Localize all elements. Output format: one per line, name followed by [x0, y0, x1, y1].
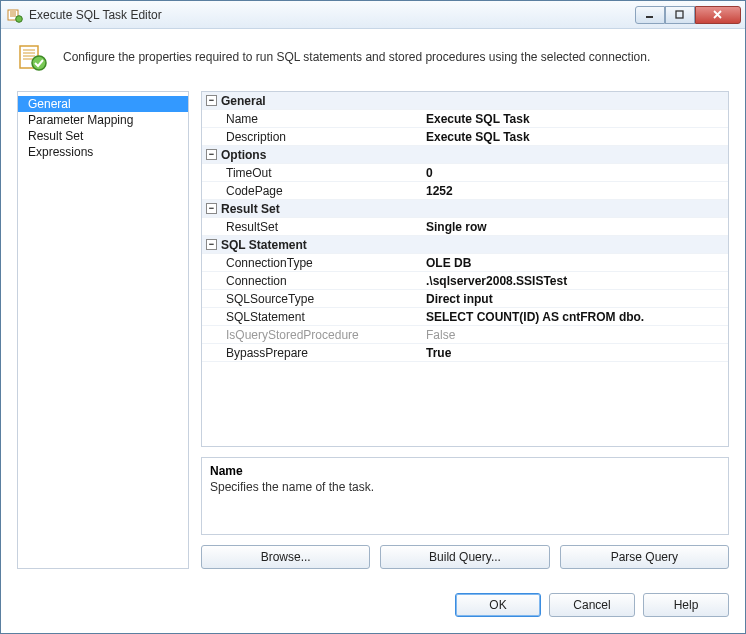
property-label: ConnectionType [202, 255, 422, 271]
close-button[interactable] [695, 6, 741, 24]
browse-button[interactable]: Browse... [201, 545, 370, 569]
help-button[interactable]: Help [643, 593, 729, 617]
category-options: −Options [202, 146, 728, 164]
app-icon [7, 7, 23, 23]
property-row-connectiontype[interactable]: ConnectionTypeOLE DB [202, 254, 728, 272]
property-value[interactable]: SELECT COUNT(ID) AS cntFROM dbo. [422, 309, 728, 325]
category-label: General [221, 94, 266, 108]
content: GeneralParameter MappingResult SetExpres… [1, 91, 745, 581]
property-value[interactable]: Single row [422, 219, 728, 235]
property-value[interactable]: Execute SQL Task [422, 129, 728, 145]
property-label: TimeOut [202, 165, 422, 181]
property-label: IsQueryStoredProcedure [202, 327, 422, 343]
property-value[interactable]: 1252 [422, 183, 728, 199]
property-row-connection[interactable]: Connection.\sqlserver2008.SSISTest [202, 272, 728, 290]
sidebar: GeneralParameter MappingResult SetExpres… [17, 91, 189, 569]
sidebar-item-expressions[interactable]: Expressions [18, 144, 188, 160]
property-label: SQLSourceType [202, 291, 422, 307]
property-row-name[interactable]: NameExecute SQL Task [202, 110, 728, 128]
property-value[interactable]: False [422, 327, 728, 343]
collapse-icon[interactable]: − [206, 239, 217, 250]
footer: OK Cancel Help [1, 581, 745, 633]
property-grid: −GeneralNameExecute SQL TaskDescriptionE… [201, 91, 729, 447]
window-title: Execute SQL Task Editor [29, 8, 635, 22]
minimize-button[interactable] [635, 6, 665, 24]
property-label: CodePage [202, 183, 422, 199]
property-value[interactable]: Direct input [422, 291, 728, 307]
header: Configure the properties required to run… [1, 29, 745, 91]
property-label: BypassPrepare [202, 345, 422, 361]
maximize-button[interactable] [665, 6, 695, 24]
cancel-button[interactable]: Cancel [549, 593, 635, 617]
svg-rect-3 [676, 11, 683, 18]
help-description: Specifies the name of the task. [210, 480, 720, 494]
property-row-codepage[interactable]: CodePage1252 [202, 182, 728, 200]
action-buttons: Browse... Build Query... Parse Query [201, 545, 729, 569]
property-label: Connection [202, 273, 422, 289]
category-general: −General [202, 92, 728, 110]
header-text: Configure the properties required to run… [63, 50, 650, 64]
parse-query-button[interactable]: Parse Query [560, 545, 729, 569]
property-label: Name [202, 111, 422, 127]
category-label: Options [221, 148, 266, 162]
property-value[interactable]: Execute SQL Task [422, 111, 728, 127]
window: Execute SQL Task Editor Configure the pr… [0, 0, 746, 634]
property-row-isquerystoredprocedure[interactable]: IsQueryStoredProcedureFalse [202, 326, 728, 344]
property-row-sqlsourcetype[interactable]: SQLSourceTypeDirect input [202, 290, 728, 308]
titlebar: Execute SQL Task Editor [1, 1, 745, 29]
property-label: SQLStatement [202, 309, 422, 325]
property-value[interactable]: True [422, 345, 728, 361]
sidebar-item-result-set[interactable]: Result Set [18, 128, 188, 144]
property-row-timeout[interactable]: TimeOut0 [202, 164, 728, 182]
collapse-icon[interactable]: − [206, 203, 217, 214]
property-label: ResultSet [202, 219, 422, 235]
collapse-icon[interactable]: − [206, 149, 217, 160]
window-buttons [635, 6, 741, 24]
svg-point-5 [32, 56, 46, 70]
collapse-icon[interactable]: − [206, 95, 217, 106]
property-row-description[interactable]: DescriptionExecute SQL Task [202, 128, 728, 146]
property-row-resultset[interactable]: ResultSetSingle row [202, 218, 728, 236]
property-value[interactable]: .\sqlserver2008.SSISTest [422, 273, 728, 289]
build-query-button[interactable]: Build Query... [380, 545, 549, 569]
ok-button[interactable]: OK [455, 593, 541, 617]
property-row-bypassprepare[interactable]: BypassPrepareTrue [202, 344, 728, 362]
property-value[interactable]: OLE DB [422, 255, 728, 271]
category-result-set: −Result Set [202, 200, 728, 218]
category-label: SQL Statement [221, 238, 307, 252]
property-label: Description [202, 129, 422, 145]
help-box: Name Specifies the name of the task. [201, 457, 729, 535]
sidebar-item-parameter-mapping[interactable]: Parameter Mapping [18, 112, 188, 128]
category-sql-statement: −SQL Statement [202, 236, 728, 254]
right-pane: −GeneralNameExecute SQL TaskDescriptionE… [201, 91, 729, 569]
svg-point-1 [16, 15, 23, 22]
category-label: Result Set [221, 202, 280, 216]
sidebar-item-general[interactable]: General [18, 96, 188, 112]
help-title: Name [210, 464, 720, 478]
property-value[interactable]: 0 [422, 165, 728, 181]
property-row-sqlstatement[interactable]: SQLStatementSELECT COUNT(ID) AS cntFROM … [202, 308, 728, 326]
task-icon [17, 41, 49, 73]
